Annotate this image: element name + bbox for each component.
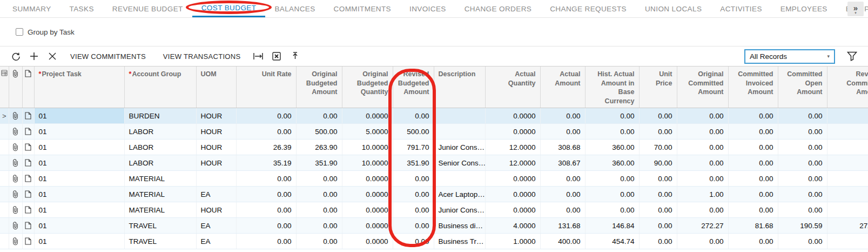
cell-account_group[interactable]: LABOR xyxy=(124,140,196,155)
cell-committed_open[interactable]: 0.00 xyxy=(778,108,827,124)
cell-project_task[interactable]: 01 xyxy=(34,171,124,187)
cell-orig_budg_qty[interactable]: 0.0000 xyxy=(342,234,393,249)
cell-revised_committed[interactable] xyxy=(827,234,868,249)
cell-revised_budg_amount[interactable]: 0.00 xyxy=(393,187,434,202)
cell-attachments[interactable] xyxy=(9,140,22,155)
column-header-selector[interactable] xyxy=(0,67,9,108)
cell-revised_budg_amount[interactable]: 351.90 xyxy=(393,155,434,171)
cell-unit_rate[interactable]: 0.00 xyxy=(236,124,296,140)
cell-project_task[interactable]: 01 xyxy=(34,155,124,171)
column-header-description[interactable]: Description xyxy=(434,67,485,108)
cell-project_task[interactable]: 01 xyxy=(34,202,124,218)
paperclip-icon[interactable] xyxy=(10,159,21,167)
cell-unit_price[interactable]: 70.00 xyxy=(639,140,677,155)
cell-unit_price[interactable]: 0.00 xyxy=(639,234,677,249)
cell-description[interactable] xyxy=(434,108,485,124)
records-filter-dropdown[interactable]: All Records ▾ xyxy=(744,49,835,64)
cell-orig_committed[interactable]: 0.00 xyxy=(677,124,728,140)
tab-summary[interactable]: SUMMARY xyxy=(3,0,60,17)
column-header-orig_budg_amount[interactable]: Original Budgeted Amount xyxy=(296,67,342,108)
cell-selector[interactable] xyxy=(0,155,9,171)
note-icon[interactable] xyxy=(24,112,33,120)
cell-uom[interactable]: HOUR xyxy=(196,155,236,171)
cell-description[interactable] xyxy=(434,124,485,140)
cell-orig_budg_amount[interactable]: 0.00 xyxy=(296,171,342,187)
note-icon[interactable] xyxy=(24,237,33,245)
cell-attachments[interactable] xyxy=(9,234,22,249)
paperclip-icon[interactable] xyxy=(10,128,21,136)
cell-account_group[interactable]: TRAVEL xyxy=(124,218,196,234)
cell-hist_actual[interactable]: 0.00 xyxy=(585,202,639,218)
tab-union-locals[interactable]: UNION LOCALS xyxy=(636,0,711,17)
cell-account_group[interactable]: MATERIAL xyxy=(124,171,196,187)
cell-committed_open[interactable]: 0.00 xyxy=(778,140,827,155)
cell-revised_committed[interactable] xyxy=(827,140,868,155)
cell-actual_qty[interactable]: 12.0000 xyxy=(485,155,540,171)
cell-selector[interactable] xyxy=(0,187,9,202)
cell-description[interactable]: Senior Cons… xyxy=(434,155,485,171)
cell-description[interactable]: Business di… xyxy=(434,218,485,234)
cell-orig_budg_amount[interactable]: 0.00 xyxy=(296,218,342,234)
cell-committed_invoiced[interactable]: 0.00 xyxy=(728,234,778,249)
cell-hist_actual[interactable]: 146.84 xyxy=(585,218,639,234)
cell-uom[interactable]: EA xyxy=(196,218,236,234)
cell-selector[interactable] xyxy=(0,171,9,187)
cell-uom[interactable]: HOUR xyxy=(196,124,236,140)
cell-committed_invoiced[interactable]: 0.00 xyxy=(728,171,778,187)
cell-revised_budg_amount[interactable]: 0.00 xyxy=(393,202,434,218)
cell-notes[interactable] xyxy=(22,124,34,140)
view-commitments-button[interactable]: VIEW COMMITMENTS xyxy=(62,49,154,63)
cell-unit_rate[interactable]: 0.00 xyxy=(236,234,296,249)
cell-orig_budg_amount[interactable]: 263.90 xyxy=(296,140,342,155)
cell-orig_committed[interactable]: 0.00 xyxy=(677,234,728,249)
cell-actual_amount[interactable]: 0.00 xyxy=(540,187,585,202)
cell-notes[interactable] xyxy=(22,187,34,202)
export-excel-icon[interactable] xyxy=(267,49,286,63)
cell-hist_actual[interactable]: 0.00 xyxy=(585,108,639,124)
cell-actual_amount[interactable]: 308.68 xyxy=(540,140,585,155)
column-header-uom[interactable]: UOM xyxy=(196,67,236,108)
cell-revised_budg_amount[interactable]: 0.00 xyxy=(393,234,434,249)
cell-orig_budg_amount[interactable]: 0.00 xyxy=(296,108,342,124)
cell-committed_open[interactable]: 0.00 xyxy=(778,155,827,171)
note-icon[interactable] xyxy=(24,206,33,214)
note-icon[interactable] xyxy=(24,159,33,167)
cell-unit_rate[interactable]: 0.00 xyxy=(236,218,296,234)
cell-attachments[interactable] xyxy=(9,108,22,124)
cell-account_group[interactable]: MATERIAL xyxy=(124,187,196,202)
cell-orig_committed[interactable]: 272.27 xyxy=(677,218,728,234)
cell-orig_committed[interactable]: 0.00 xyxy=(677,108,728,124)
cell-project_task[interactable]: 01 xyxy=(34,140,124,155)
column-header-committed_invoiced[interactable]: Committed Invoiced Amount xyxy=(728,67,778,108)
cell-account_group[interactable]: BURDEN xyxy=(124,108,196,124)
fit-width-icon[interactable] xyxy=(249,49,267,63)
tab-activities[interactable]: ACTIVITIES xyxy=(711,0,771,17)
note-icon[interactable] xyxy=(24,222,33,229)
cell-description[interactable]: Junior Cons… xyxy=(434,140,485,155)
cell-actual_amount[interactable]: 0.00 xyxy=(540,124,585,140)
cell-uom[interactable]: EA xyxy=(196,187,236,202)
paperclip-icon[interactable] xyxy=(10,112,21,120)
cell-project_task[interactable]: 01 xyxy=(34,234,124,249)
cell-orig_budg_qty[interactable]: 10.0000 xyxy=(342,140,393,155)
cell-project_task[interactable]: 01 xyxy=(34,108,124,124)
cell-attachments[interactable] xyxy=(9,124,22,140)
cell-selector[interactable] xyxy=(0,202,9,218)
tab-invoices[interactable]: INVOICES xyxy=(400,0,455,17)
cell-committed_open[interactable]: 0.00 xyxy=(778,187,827,202)
cell-revised_budg_amount[interactable]: 0.00 xyxy=(393,171,434,187)
cell-actual_qty[interactable]: 0.0000 xyxy=(485,108,540,124)
cell-attachments[interactable] xyxy=(9,202,22,218)
cell-uom[interactable]: EA xyxy=(196,234,236,249)
cell-notes[interactable] xyxy=(22,218,34,234)
cell-selector[interactable]: > xyxy=(0,108,9,124)
cell-orig_committed[interactable]: 0.00 xyxy=(677,202,728,218)
cell-uom[interactable]: HOUR xyxy=(196,140,236,155)
tab-overflow-button[interactable]: » ▾ xyxy=(847,2,864,16)
cell-orig_budg_qty[interactable]: 0.0000 xyxy=(342,187,393,202)
cell-notes[interactable] xyxy=(22,108,34,124)
upload-icon[interactable] xyxy=(286,49,304,63)
cell-committed_invoiced[interactable]: 81.68 xyxy=(728,218,778,234)
tab-balances[interactable]: BALANCES xyxy=(265,0,324,17)
cell-orig_budg_qty[interactable]: 0.0000 xyxy=(342,108,393,124)
